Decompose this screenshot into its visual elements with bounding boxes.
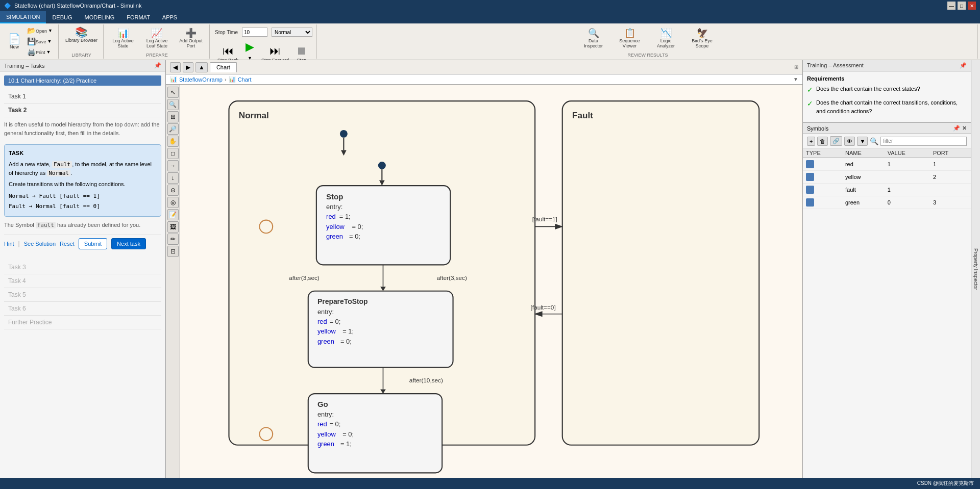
tool-junction[interactable]: ◎: [167, 197, 179, 208]
tool-default[interactable]: ↓: [167, 172, 179, 184]
chart-tab[interactable]: Chart: [210, 62, 237, 72]
right-panel: Training – Assessment 📌 Requirements ✓ D…: [802, 60, 971, 478]
hint-link[interactable]: Hint: [4, 241, 14, 247]
window-title: Stateflow (chart) StateflowOnramp/Chart …: [14, 3, 141, 9]
svg-text:= 0;: = 0;: [330, 420, 341, 428]
left-panel-pin[interactable]: 📌: [154, 62, 161, 69]
sym-resolve[interactable]: 🔗: [830, 136, 842, 146]
tool-state[interactable]: □: [167, 148, 179, 159]
svg-text:entry:: entry:: [326, 203, 342, 211]
title-bar: 🔷 Stateflow (chart) StateflowOnramp/Char…: [0, 0, 980, 11]
menu-simulation[interactable]: SIMULATION: [0, 11, 46, 23]
open-button[interactable]: 📂 Open ▼: [24, 25, 55, 36]
next-task-button[interactable]: Next task: [111, 238, 146, 249]
menu-modeling[interactable]: MODELING: [79, 11, 121, 23]
svg-text:Go: Go: [317, 400, 328, 408]
symbols-toolbar: + 🗑 🔗 👁 ▼ 🔍: [803, 134, 971, 148]
nav-back-button[interactable]: ◀: [170, 62, 181, 72]
req-item-1: ✓ Does the chart contain the correct sta…: [807, 85, 967, 95]
breadcrumb-options[interactable]: ▼: [793, 76, 798, 82]
sym-delete[interactable]: 🗑: [817, 137, 828, 146]
save-button[interactable]: 💾 Save ▼: [24, 36, 55, 46]
maximize-button[interactable]: □: [958, 2, 966, 10]
tool-transition[interactable]: →: [167, 160, 179, 171]
col-type: TYPE: [803, 148, 842, 158]
sym-view[interactable]: 👁: [844, 137, 855, 146]
col-port: PORT: [930, 148, 971, 158]
sequence-viewer-button[interactable]: 📋 Sequence Viewer: [613, 27, 646, 50]
tool-select[interactable]: ↖: [167, 87, 179, 98]
log-active-state-button[interactable]: 📊 Log Active State: [108, 27, 138, 50]
symbols-table: TYPE NAME VALUE PORT red 1 1: [803, 148, 971, 478]
svg-text:after(3,sec): after(3,sec): [436, 274, 467, 281]
menu-format[interactable]: FORMAT: [120, 11, 156, 23]
svg-text:= 0;: = 0;: [342, 430, 354, 438]
tool-note[interactable]: 📝: [167, 209, 179, 220]
symbols-filter-input[interactable]: [880, 137, 967, 146]
canvas-area: ↖ 🔍 ⊞ 🔎 ✋ □ → ↓ ⊙ ◎ 📝 🖼 ✏ ⊡ N: [166, 85, 802, 478]
symbols-data-table: TYPE NAME VALUE PORT red 1 1: [803, 148, 971, 209]
submit-button[interactable]: Submit: [79, 238, 107, 249]
data-inspector-button[interactable]: 🔍 Data Inspector: [577, 27, 610, 50]
svg-text:green: green: [317, 338, 334, 345]
log-active-leaf-button[interactable]: 📈 Log Active Leaf State: [140, 27, 174, 50]
minimize-button[interactable]: —: [947, 2, 955, 10]
nav-up-button[interactable]: ▲: [195, 62, 208, 72]
status-text: CSDN @疯狂的麦克斯市: [917, 480, 974, 487]
task2-item[interactable]: Task 2: [4, 104, 161, 117]
title-controls: — □ ✕: [947, 2, 976, 10]
tool-zoom-out[interactable]: 🔎: [167, 123, 179, 135]
main-area: Training – Tasks 📌 10.1 Chart Hierarchy:…: [0, 60, 980, 478]
breadcrumb-root[interactable]: StateflowOnramp: [179, 76, 223, 83]
symbols-pin[interactable]: 📌: [953, 125, 960, 132]
close-button[interactable]: ✕: [968, 2, 976, 10]
tool-pan[interactable]: ✋: [167, 136, 179, 147]
req-check-1: ✓: [807, 85, 813, 95]
menu-apps[interactable]: APPS: [156, 11, 183, 23]
run-button[interactable]: ▶: [243, 39, 257, 55]
sym-add[interactable]: +: [807, 137, 815, 146]
svg-text:yellow: yellow: [326, 223, 345, 230]
tool-extra[interactable]: ⊡: [167, 246, 179, 257]
svg-text:yellow: yellow: [317, 430, 336, 438]
canvas[interactable]: Normal Fault Stop entry:: [180, 85, 802, 478]
menu-bar: SIMULATION DEBUG MODELING FORMAT APPS: [0, 11, 980, 23]
sym-row-yellow[interactable]: yellow 2: [803, 171, 971, 184]
tool-fit[interactable]: ⊞: [167, 111, 179, 122]
requirements-section: Requirements ✓ Does the chart contain th…: [803, 71, 971, 122]
breadcrumb-child[interactable]: Chart: [238, 76, 252, 83]
svg-text:[fault==1]: [fault==1]: [532, 216, 557, 222]
right-panel-pin[interactable]: 📌: [960, 62, 967, 69]
symbols-close[interactable]: ✕: [962, 125, 967, 132]
logic-analyzer-button[interactable]: 📉 Logic Analyzer: [649, 27, 682, 50]
sym-row-green[interactable]: green 0 3: [803, 196, 971, 209]
menu-debug[interactable]: DEBUG: [46, 11, 78, 23]
sym-filter-btn[interactable]: ▼: [857, 137, 868, 146]
svg-text:entry:: entry:: [317, 410, 334, 418]
stop-time-input[interactable]: [242, 28, 267, 37]
add-output-port-button[interactable]: ➕ Add Output Port: [176, 27, 206, 50]
breadcrumb: 📊 StateflowOnramp › 📊 Chart ▼: [166, 74, 802, 85]
req-item-2: ✓ Does the chart contain the correct tra…: [807, 98, 967, 115]
sim-mode-dropdown[interactable]: Normal Accelerator: [272, 28, 312, 37]
property-inspector-strip[interactable]: Property Inspector: [971, 60, 980, 478]
tool-history[interactable]: ⊙: [167, 185, 179, 196]
new-button[interactable]: 📄 New: [5, 32, 23, 51]
see-solution-link[interactable]: See Solution: [24, 241, 56, 247]
sym-row-fault[interactable]: fault 1: [803, 184, 971, 196]
tool-image[interactable]: 🖼: [167, 221, 179, 233]
tool-zoom-in[interactable]: 🔍: [167, 99, 179, 110]
svg-text:= 0;: = 0;: [340, 338, 352, 345]
tool-annotation[interactable]: ✏: [167, 234, 179, 245]
review-section: 🔍 Data Inspector 📋 Sequence Viewer 📉 Log…: [318, 24, 978, 59]
task1-item[interactable]: Task 1: [4, 90, 161, 104]
sym-row-red[interactable]: red 1 1: [803, 158, 971, 171]
canvas-options[interactable]: ⊞: [794, 64, 798, 70]
svg-text:= 0;: = 0;: [330, 318, 341, 325]
reset-link[interactable]: Reset: [60, 241, 75, 247]
birds-eye-button[interactable]: 🦅 Bird's-Eye Scope: [685, 27, 719, 50]
further-practice-item: Further Practice: [4, 316, 161, 329]
library-browser-button[interactable]: 📚 Library Browser: [63, 25, 100, 44]
nav-forward-button[interactable]: ▶: [183, 62, 193, 72]
print-button[interactable]: 🖨️ Print ▼: [24, 47, 55, 57]
